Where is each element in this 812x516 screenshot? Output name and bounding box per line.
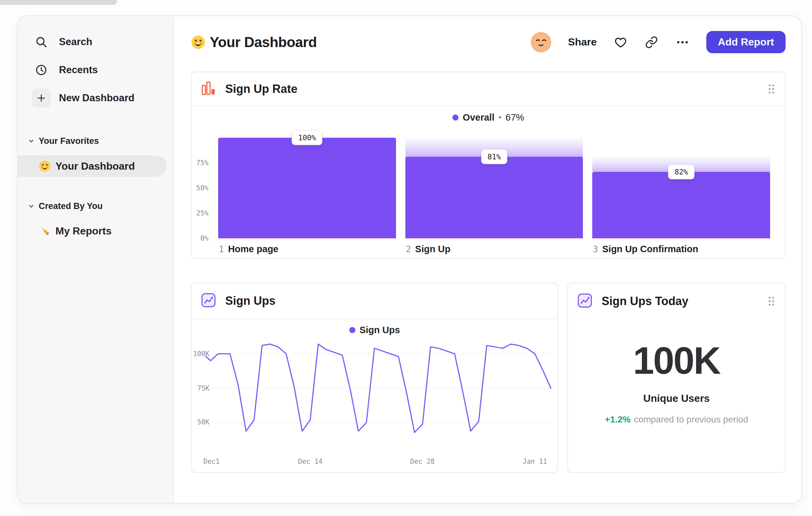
funnel-step-label: 3 Sign Up Confirmation bbox=[593, 244, 698, 254]
section-title: Your Favorites bbox=[39, 136, 99, 146]
card-title: Sign Ups Today bbox=[602, 294, 688, 308]
funnel-bar-sign-up-confirmation[interactable]: 82% 3 Sign Up Confirmation bbox=[592, 138, 770, 238]
funnel-bar-sign-up[interactable]: 81% 2 Sign Up bbox=[405, 138, 583, 238]
favorite-heart-icon[interactable] bbox=[613, 35, 628, 49]
line-chart-icon bbox=[577, 293, 592, 309]
funnel-y-axis: 75% 50% 25% 0% bbox=[192, 138, 212, 238]
chevron-down-icon bbox=[27, 202, 35, 210]
sidebar-item-label: New Dashboard bbox=[59, 92, 134, 104]
metric-label: Unique Users bbox=[568, 392, 785, 404]
conversion-chip: 81% bbox=[481, 149, 508, 164]
sidebar-item-label: My Reports bbox=[55, 225, 112, 237]
funnel-bar bbox=[218, 138, 396, 238]
sign-ups-today-card: Sign Ups Today 100K Unique Users +1.2%co… bbox=[568, 282, 786, 473]
overall-conversion-value: 67% bbox=[505, 112, 524, 123]
pencil-emoji-icon bbox=[39, 225, 51, 237]
header-actions: Share Add Report bbox=[531, 31, 786, 53]
section-header-created-by-you[interactable]: Created By You bbox=[18, 196, 173, 216]
metric-delta: +1.2%compared to previous period bbox=[568, 414, 785, 425]
funnel-bar bbox=[592, 172, 770, 238]
sign-up-rate-card: Sign Up Rate Overall • 67% 75% 50% 25% 0… bbox=[191, 72, 786, 259]
search-icon bbox=[32, 35, 51, 48]
cards-row: Sign Ups Sign Ups 100K 75K 50K Dec1 Dec … bbox=[191, 282, 786, 473]
card-title: Sign Up Rate bbox=[225, 82, 297, 96]
sidebar-item-label: Search bbox=[59, 36, 92, 48]
funnel-bars: 100% 1 Home page 81% 2 Sign Up bbox=[218, 138, 770, 238]
funnel-chart-icon bbox=[201, 81, 216, 98]
sidebar-item-your-dashboard[interactable]: Your Dashboard bbox=[18, 156, 167, 177]
sidebar-item-label: Your Dashboard bbox=[55, 160, 135, 172]
funnel-bar bbox=[405, 157, 583, 238]
clock-icon bbox=[32, 63, 51, 76]
more-options-icon[interactable] bbox=[675, 35, 690, 49]
window-artifact bbox=[0, 0, 117, 5]
page-title: Your Dashboard bbox=[210, 34, 317, 50]
sidebar-item-my-reports[interactable]: My Reports bbox=[18, 220, 173, 242]
drag-handle-icon[interactable] bbox=[767, 83, 776, 95]
funnel-step-label: 1 Home page bbox=[219, 244, 279, 254]
app-window: Search Recents New Dashboard Your Favori… bbox=[17, 16, 802, 504]
legend-dot bbox=[453, 114, 459, 120]
conversion-chip: 82% bbox=[668, 164, 694, 179]
conversion-chip: 100% bbox=[292, 130, 322, 145]
drag-handle-icon[interactable] bbox=[767, 295, 776, 307]
sidebar-item-label: Recents bbox=[59, 64, 98, 76]
card-header: Sign Ups Today bbox=[568, 283, 785, 319]
section-title: Created By You bbox=[39, 201, 103, 211]
main-content: Your Dashboard Share Add Report bbox=[174, 16, 802, 503]
share-button[interactable]: Share bbox=[568, 36, 597, 48]
delta-percent: +1.2% bbox=[605, 414, 631, 425]
card-header: Sign Up Rate bbox=[192, 72, 785, 106]
section-header-your-favorites[interactable]: Your Favorites bbox=[18, 131, 173, 151]
sidebar-item-new-dashboard[interactable]: New Dashboard bbox=[18, 84, 173, 112]
sidebar-item-search[interactable]: Search bbox=[18, 28, 173, 56]
smiley-emoji-icon bbox=[191, 35, 205, 49]
sidebar: Search Recents New Dashboard Your Favori… bbox=[18, 16, 174, 503]
sign-ups-card: Sign Ups Sign Ups 100K 75K 50K Dec1 Dec … bbox=[191, 282, 558, 473]
funnel-step-label: 2 Sign Up bbox=[406, 244, 451, 254]
funnel-legend: Overall • 67% bbox=[192, 107, 785, 128]
user-avatar[interactable] bbox=[531, 32, 551, 53]
funnel-plot: 75% 50% 25% 0% 100% 1 Home page bbox=[192, 138, 770, 238]
signups-line-chart bbox=[192, 283, 559, 473]
funnel-bar-home-page[interactable]: 100% 1 Home page bbox=[218, 138, 396, 238]
add-report-button[interactable]: Add Report bbox=[706, 31, 786, 53]
metric-value: 100K bbox=[568, 338, 785, 382]
dashboard-header: Your Dashboard Share Add Report bbox=[191, 31, 786, 53]
chevron-down-icon bbox=[27, 137, 35, 145]
sidebar-item-recents[interactable]: Recents bbox=[18, 56, 173, 84]
copy-link-icon[interactable] bbox=[644, 35, 659, 49]
delta-caption: compared to previous period bbox=[634, 414, 748, 425]
plus-icon bbox=[32, 89, 51, 107]
smiley-emoji-icon bbox=[39, 160, 51, 172]
